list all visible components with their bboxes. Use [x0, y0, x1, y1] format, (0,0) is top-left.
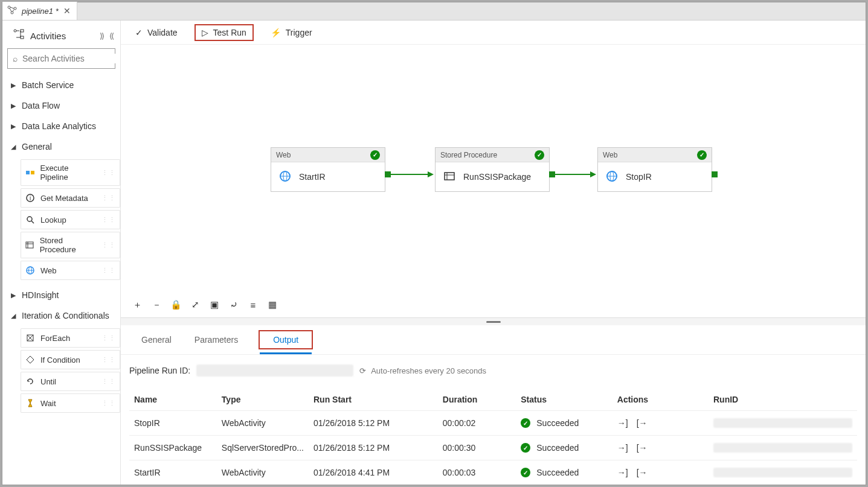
activity-web[interactable]: Web⋮⋮	[21, 261, 120, 280]
category-general[interactable]: ◢General	[2, 136, 120, 157]
pipeline-tab[interactable]: pipeline1 * ✕	[2, 2, 77, 20]
activity-lookup[interactable]: Lookup⋮⋮	[21, 210, 120, 229]
close-icon[interactable]: ✕	[63, 6, 71, 16]
pipeline-icon	[7, 5, 17, 17]
runid-value	[196, 364, 353, 377]
grip-icon: ⋮⋮	[101, 267, 116, 275]
validate-button[interactable]: ✓ Validate	[132, 25, 181, 40]
input-icon[interactable]: →]	[617, 468, 628, 477]
table-row: RunSSISPackageSqlServerStoredPro...01/26…	[129, 436, 857, 460]
activity-execute-pipeline[interactable]: Execute Pipeline⋮⋮	[21, 159, 120, 186]
node-type: Web	[276, 151, 291, 159]
activity-icon: i	[25, 193, 36, 203]
connector[interactable]	[390, 172, 434, 177]
category-iteration-conditionals[interactable]: ◢Iteration & Conditionals	[2, 305, 120, 326]
cell-type: SqlServerStoredPro...	[217, 436, 309, 460]
grip-icon: ⋮⋮	[101, 378, 116, 386]
success-icon: ✓	[521, 443, 530, 453]
node-stopir[interactable]: Web✓StopIR	[597, 147, 712, 192]
node-name: StartIR	[299, 172, 326, 182]
node-type: Web	[603, 151, 617, 159]
tab-general[interactable]: General	[139, 331, 174, 348]
node-icon	[605, 170, 619, 185]
success-icon: ✓	[521, 468, 530, 477]
activity-icon	[25, 333, 36, 343]
node-type: Stored Procedure	[440, 151, 497, 159]
output-icon[interactable]: [→	[637, 418, 648, 428]
check-icon: ✓	[135, 28, 143, 37]
output-icon[interactable]: [→	[637, 468, 648, 477]
refresh-icon[interactable]: ⟳	[359, 366, 366, 375]
node-name: RunSSISPackage	[463, 172, 531, 182]
activity-icon	[25, 265, 36, 276]
zoom-fit-icon[interactable]: ⤢	[190, 299, 201, 310]
table-row: StartIRWebActivity01/26/2018 4:41 PM00:0…	[129, 460, 857, 485]
node-startir[interactable]: Web✓StartIR	[271, 147, 385, 192]
search-activities[interactable]: ⌕	[7, 48, 115, 69]
play-icon: ▷	[202, 28, 208, 37]
success-icon: ✓	[535, 150, 544, 160]
search-input[interactable]	[22, 54, 121, 63]
input-icon[interactable]: →]	[617, 418, 628, 428]
cell-runid	[713, 443, 852, 453]
node-icon	[443, 170, 456, 185]
cell-duration: 00:00:30	[438, 436, 516, 460]
activity-foreach[interactable]: ForEach⋮⋮	[21, 328, 120, 348]
success-icon: ✓	[370, 150, 380, 160]
activity-if-condition[interactable]: If Condition⋮⋮	[21, 350, 120, 369]
connector[interactable]	[555, 172, 596, 177]
layout-h-icon[interactable]: ≡	[248, 299, 259, 310]
expand-all-icon[interactable]: ⟩⟩	[100, 31, 103, 40]
grip-icon: ⋮⋮	[101, 356, 116, 364]
pipeline-canvas[interactable]: ＋ － 🔒 ⤢ ▣ ⤾ ≡ ▦ Web✓StartIRStored Proced…	[121, 45, 866, 317]
test-run-button[interactable]: ▷ Test Run	[194, 24, 254, 41]
cell-name: StopIR	[129, 411, 217, 436]
activity-until[interactable]: Until⋮⋮	[21, 372, 120, 391]
activity-icon	[25, 376, 36, 387]
input-icon[interactable]: →]	[617, 443, 628, 453]
activity-stored-procedure[interactable]: Stored Procedure⋮⋮	[21, 232, 120, 258]
grip-icon: ⋮⋮	[101, 216, 116, 224]
grip-icon: ⋮⋮	[101, 169, 116, 177]
col-status: Status	[516, 389, 612, 411]
cell-status: Succeeded	[536, 468, 579, 477]
activity-get-metadata[interactable]: iGet Metadata⋮⋮	[21, 188, 120, 208]
output-table: Name Type Run Start Duration Status Acti…	[129, 389, 857, 485]
output-port[interactable]	[712, 171, 718, 177]
cell-status: Succeeded	[536, 418, 579, 428]
category-hdinsight[interactable]: ▶HDInsight	[2, 285, 120, 305]
success-icon: ✓	[697, 150, 707, 160]
chevron-down-icon: ◢	[11, 312, 17, 320]
zoom-100-icon[interactable]: ▣	[209, 299, 220, 310]
lock-icon[interactable]: 🔒	[170, 299, 181, 310]
table-row: StopIRWebActivity01/26/2018 5:12 PM00:00…	[129, 411, 857, 436]
activity-wait[interactable]: Wait⋮⋮	[21, 393, 120, 413]
tab-parameters[interactable]: Parameters	[192, 331, 240, 348]
sidebar-title: Activities	[30, 31, 94, 41]
add-icon[interactable]: ＋	[132, 299, 143, 310]
activities-sidebar: Activities ⟩⟩ ⟨⟨ ⌕ ▶Batch Service▶Data F…	[2, 21, 121, 485]
panel-drag-handle[interactable]	[121, 318, 866, 325]
output-icon[interactable]: [→	[637, 443, 648, 453]
col-duration: Duration	[438, 389, 516, 411]
zoom-reset-icon[interactable]: ⤾	[228, 299, 239, 310]
cell-duration: 00:00:03	[438, 460, 516, 485]
refresh-text: Auto-refreshes every 20 seconds	[371, 366, 486, 375]
grip-icon: ⋮⋮	[101, 334, 116, 342]
tab-output[interactable]: Output	[259, 330, 313, 349]
node-runssispackage[interactable]: Stored Procedure✓RunSSISPackage	[435, 147, 550, 192]
layout-v-icon[interactable]: ▦	[267, 299, 278, 310]
category-data-flow[interactable]: ▶Data Flow	[2, 95, 120, 116]
grip-icon: ⋮⋮	[101, 194, 116, 202]
chevron-right-icon: ▶	[11, 291, 17, 299]
cell-name: RunSSISPackage	[129, 436, 217, 460]
category-data-lake-analytics[interactable]: ▶Data Lake Analytics	[2, 116, 120, 136]
canvas-mini-toolbar: ＋ － 🔒 ⤢ ▣ ⤾ ≡ ▦	[132, 299, 278, 310]
trigger-button[interactable]: ⚡ Trigger	[267, 25, 316, 40]
category-batch-service[interactable]: ▶Batch Service	[2, 75, 120, 95]
remove-icon[interactable]: －	[151, 299, 162, 310]
activity-icon	[25, 214, 36, 225]
svg-rect-11	[26, 242, 33, 248]
collapse-all-icon[interactable]: ⟨⟨	[109, 31, 113, 40]
node-name: StopIR	[626, 172, 652, 182]
